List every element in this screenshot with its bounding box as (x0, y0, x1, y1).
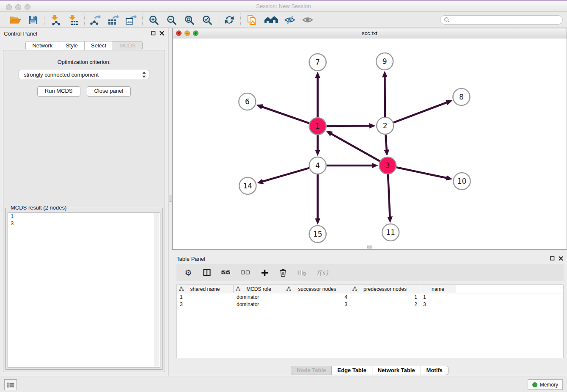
column-header-filler (456, 285, 563, 293)
graph-node-3[interactable]: 3 (379, 157, 396, 174)
import-table-button[interactable] (67, 14, 80, 26)
table-settings-button[interactable]: ⚙ (184, 269, 193, 277)
delete-column-button[interactable] (279, 269, 287, 277)
select-stepper-icon (142, 72, 146, 78)
node-table: shared name MCDS role (176, 284, 564, 358)
column-header-predecessor-nodes[interactable]: predecessor nodes (350, 285, 420, 293)
export-image-button[interactable] (125, 14, 138, 26)
close-table-panel-icon[interactable] (559, 256, 563, 261)
import-network-button[interactable] (49, 14, 62, 26)
graph-edge-3-11[interactable] (388, 174, 390, 217)
show-all-networks-button[interactable] (263, 14, 278, 26)
graph-node-1[interactable]: 1 (309, 118, 326, 135)
table-cell[interactable]: dominator (234, 294, 284, 300)
graph-node-8[interactable]: 8 (453, 88, 470, 105)
graph-edge-2-8[interactable] (394, 102, 447, 123)
float-panel-icon[interactable] (151, 31, 156, 36)
graph-node-9[interactable]: 9 (376, 53, 393, 70)
table-cell[interactable]: 2 (350, 301, 420, 307)
column-header-mcds-role[interactable]: MCDS role (234, 285, 284, 293)
graph-node-7[interactable]: 7 (309, 54, 326, 71)
show-details-button[interactable] (301, 14, 314, 26)
column-header-successor-nodes[interactable]: successor nodes (284, 285, 350, 293)
zoom-selected-button[interactable] (201, 14, 213, 26)
function-builder-button[interactable]: f(x) (317, 269, 328, 277)
divider-handle[interactable] (169, 196, 172, 202)
window-close-button[interactable] (6, 4, 12, 10)
graph-edge-2-9[interactable] (385, 77, 385, 117)
tab-style[interactable]: Style (59, 41, 85, 50)
zoom-in-button[interactable] (147, 14, 160, 26)
run-mcds-button[interactable]: Run MCDS (37, 86, 80, 97)
graph-edge-3-10[interactable] (396, 167, 447, 178)
create-column-button[interactable] (260, 269, 269, 276)
network-minimize-button[interactable] (184, 30, 190, 36)
graph-node-6[interactable]: 6 (239, 93, 256, 110)
graph-edge-1-2[interactable] (327, 126, 369, 126)
unselect-all-columns-button[interactable] (241, 270, 250, 275)
graph-edge-4-14[interactable] (263, 168, 309, 182)
clone-network-button[interactable] (245, 14, 258, 26)
task-history-button[interactable] (4, 379, 17, 390)
view-resize-handle[interactable] (367, 246, 372, 248)
search-box[interactable] (440, 15, 563, 25)
zoom-out-button[interactable] (165, 14, 178, 26)
export-network-button[interactable] (89, 14, 102, 26)
table-cell[interactable]: 3 (284, 301, 350, 307)
graph-node-2[interactable]: 2 (377, 117, 394, 134)
window-controls[interactable] (6, 4, 30, 10)
table-cell[interactable]: 1 (350, 294, 420, 300)
graph-node-4[interactable]: 4 (309, 157, 326, 174)
tab-network[interactable]: Network (25, 41, 59, 50)
mcds-result-list[interactable]: 13 (8, 212, 160, 367)
window-zoom-button[interactable] (25, 4, 30, 10)
graph-node-10[interactable]: 10 (453, 173, 470, 190)
zoom-fit-button[interactable] (183, 14, 195, 26)
close-panel-button[interactable]: Close panel (87, 86, 131, 97)
tab-select[interactable]: Select (85, 41, 113, 50)
graph-edge-1-6[interactable] (262, 107, 309, 123)
column-header-shared-name[interactable]: shared name (177, 285, 234, 293)
table-cell[interactable]: 1 (177, 294, 234, 300)
delete-table-button[interactable] (297, 269, 306, 276)
tab-motifs[interactable]: Motifs (421, 366, 449, 375)
tab-edge-table[interactable]: Edge Table (332, 366, 372, 375)
float-table-panel-icon[interactable] (550, 256, 555, 261)
tab-network-table[interactable]: Network Table (372, 366, 421, 375)
result-scrollbar[interactable] (154, 213, 160, 367)
column-header-name[interactable]: name (420, 285, 456, 293)
window-minimize-button[interactable] (15, 4, 21, 10)
criterion-select[interactable]: strongly connected component (19, 70, 149, 79)
table-row[interactable]: 1dominator411 (177, 293, 563, 301)
memory-button[interactable]: Memory (528, 379, 563, 390)
export-table-button[interactable] (107, 14, 120, 26)
save-session-button[interactable] (27, 14, 39, 26)
open-session-button[interactable] (9, 14, 22, 26)
tab-node-table[interactable]: Node Table (291, 366, 332, 375)
table-cell[interactable]: 4 (284, 294, 350, 300)
search-input[interactable] (452, 16, 562, 24)
graph-node-15[interactable]: 15 (309, 226, 326, 243)
network-canvas[interactable]: 1234678910111415 (173, 39, 567, 249)
export-image-icon (125, 14, 137, 25)
graph-edge-2-3[interactable] (385, 135, 386, 150)
tab-mcds[interactable]: MCDS (113, 41, 142, 50)
graph-edge-3-1[interactable] (331, 134, 380, 161)
fx-icon: f(x) (317, 269, 328, 277)
show-columns-button[interactable] (203, 269, 211, 276)
table-cell[interactable]: dominator (234, 301, 284, 307)
apply-layout-button[interactable] (223, 14, 236, 26)
hide-details-button[interactable] (284, 14, 296, 26)
column-label: successor nodes (298, 286, 336, 292)
select-all-columns-button[interactable] (221, 270, 231, 275)
table-toolbar: ⚙ (176, 264, 564, 281)
table-cell[interactable]: 3 (420, 301, 456, 307)
network-close-button[interactable] (176, 30, 182, 36)
close-panel-icon[interactable] (160, 31, 164, 36)
table-cell[interactable]: 1 (420, 294, 456, 300)
network-maximize-button[interactable] (193, 30, 198, 36)
graph-node-11[interactable]: 11 (382, 224, 399, 241)
table-cell[interactable]: 3 (177, 301, 234, 307)
table-row[interactable]: 3dominator323 (177, 301, 563, 308)
graph-node-14[interactable]: 14 (239, 177, 256, 194)
